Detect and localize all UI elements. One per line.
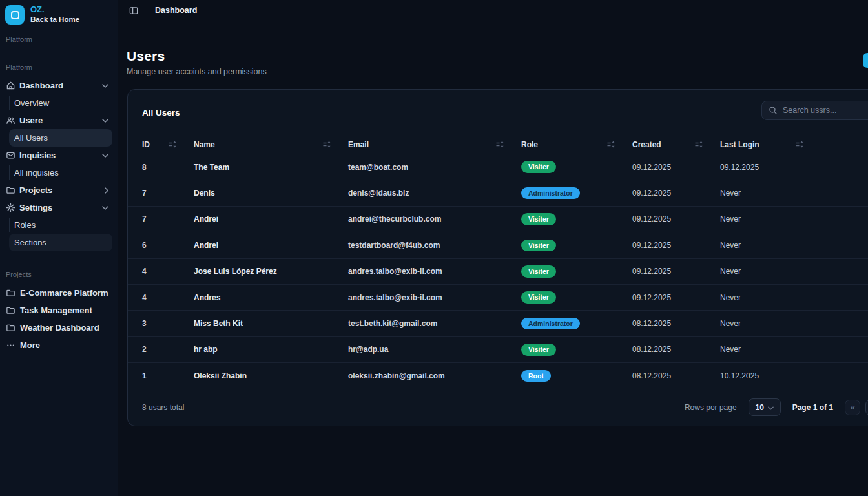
sort-icon[interactable]: [796, 141, 804, 148]
sidebar-item-more[interactable]: More: [5, 336, 112, 354]
sidebar-project-ecommerce[interactable]: E-Commarce Platform: [5, 284, 112, 302]
page-info: Page 1 of 1: [792, 403, 833, 412]
prev-page-button[interactable]: ‹: [865, 400, 868, 415]
rows-per-page-select[interactable]: 10: [749, 398, 781, 416]
sidebar-item-dashboard[interactable]: Dashboard: [5, 77, 112, 94]
cell-id: 8: [142, 163, 194, 172]
home-icon: [6, 81, 16, 90]
folder-icon: [6, 288, 16, 298]
column-header-created[interactable]: Created: [632, 140, 720, 149]
sidebar-item-label: Projects: [19, 185, 52, 195]
cell-last-login: Never: [720, 319, 868, 328]
chevron-right-icon: [105, 187, 108, 194]
sort-icon[interactable]: [496, 141, 504, 148]
sidebar-item-users[interactable]: Usere: [5, 112, 112, 129]
sidebar-project-task-management[interactable]: Task Management: [5, 302, 112, 319]
rows-per-page-value: 10: [755, 403, 763, 412]
cell-id: 7: [142, 189, 194, 198]
sort-icon[interactable]: [695, 141, 703, 148]
sidebar-item-inquiries[interactable]: Inquisies: [5, 147, 112, 164]
column-header-role[interactable]: Role: [521, 140, 632, 149]
table-row[interactable]: 8 The Team team@boat.com Visiter 09.12.2…: [128, 154, 868, 180]
chevron-down-icon: [102, 119, 108, 123]
sidebar-divider: [0, 52, 118, 52]
sidebar-item-label: Overview: [14, 98, 49, 108]
platform-label-top: Platform: [6, 36, 112, 43]
cell-email: hr@adp.ua: [348, 345, 521, 354]
breadcrumb: Dashboard: [155, 6, 197, 15]
role-badge: Visiter: [521, 213, 556, 225]
sidebar-item-projects[interactable]: Projects: [5, 181, 112, 199]
column-header-email[interactable]: Email: [348, 140, 521, 149]
table-row[interactable]: 3 Miss Beth Kit test.beth.kit@gmail.com …: [128, 311, 868, 336]
cell-id: 6: [142, 241, 194, 250]
cell-created: 09.12.2025: [632, 241, 720, 250]
gear-icon: [6, 203, 16, 212]
sidebar-project-weather-dashboard[interactable]: Weather Dashboard: [5, 319, 112, 336]
table-row[interactable]: 4 Jose Luis López Pérez andres.talbo@exi…: [128, 259, 868, 285]
logo-home-link[interactable]: OZ. Back ta Home: [5, 5, 112, 25]
column-header-last-login[interactable]: Last Login: [720, 140, 868, 149]
sidebar-item-roles[interactable]: Roles: [9, 216, 112, 234]
column-label: Name: [194, 140, 215, 149]
pagination-buttons: « ‹: [845, 400, 868, 415]
search-input[interactable]: [783, 106, 868, 115]
ellipsis-icon: [6, 340, 16, 350]
column-header-id[interactable]: ID: [142, 140, 194, 149]
cell-email: test.beth.kit@gmail.com: [348, 319, 521, 328]
project-label: E-Commarce Platform: [20, 288, 108, 298]
cell-id: 4: [142, 293, 194, 302]
sidebar-item-overview[interactable]: Overview: [9, 94, 112, 112]
cell-email: testdartboard@f4ub.com: [348, 241, 521, 250]
table-row[interactable]: 6 Andrei testdartboard@f4ub.com Visiter …: [128, 232, 868, 258]
cell-name: The Team: [194, 163, 348, 172]
table-row[interactable]: 7 Denis denis@idaus.biz Administrator 09…: [128, 180, 868, 206]
projects-section: Projects E-Commarce Platform Task Manage…: [5, 271, 112, 354]
inbox-icon: [6, 150, 16, 160]
sidebar-item-label: Inquisies: [19, 150, 56, 160]
sort-icon[interactable]: [607, 141, 615, 148]
users-card: All Users ID Name Email: [127, 89, 868, 426]
role-badge: Visiter: [521, 344, 556, 356]
search-icon: [769, 106, 778, 115]
sidebar-item-label: Usere: [19, 116, 43, 125]
cell-last-login: Never: [720, 189, 868, 198]
column-header-name[interactable]: Name: [194, 140, 348, 149]
topbar: Dashboard: [118, 0, 868, 21]
cell-last-login: Never: [720, 293, 868, 302]
cell-email: team@boat.com: [348, 163, 521, 172]
cell-name: Andrei: [194, 214, 348, 223]
back-to-home-label: Back ta Home: [30, 15, 79, 24]
cell-last-login: 10.12.2025: [720, 371, 868, 380]
sort-icon[interactable]: [169, 141, 177, 148]
sidebar-item-sections[interactable]: Sections: [9, 234, 112, 251]
add-user-button[interactable]: [863, 53, 868, 68]
app-root: OZ. Back ta Home Platform Platform Dashb…: [0, 0, 868, 496]
sidebar-toggle-button[interactable]: [129, 6, 139, 16]
table-row[interactable]: 7 Andrei andrei@thecurbclub.com Visiter …: [128, 207, 868, 232]
cell-id: 1: [142, 371, 194, 380]
table-row[interactable]: 2 hr abp hr@adp.ua Visiter 08.12.2025 Ne…: [128, 337, 868, 363]
column-label: Email: [348, 140, 369, 149]
role-badge: Root: [521, 370, 551, 382]
topbar-divider: [147, 6, 147, 16]
cell-id: 2: [142, 345, 194, 354]
rows-per-page-label: Rows por page: [685, 403, 737, 412]
role-badge: Administrator: [521, 187, 580, 200]
pagination-controls: Rows por page 10 Page 1 of 1 « ‹: [685, 398, 868, 416]
cell-created: 09.12.2025: [632, 189, 720, 198]
sidebar-item-all-inquiries[interactable]: All inquisies: [9, 164, 112, 181]
cell-id: 3: [142, 319, 194, 328]
logo-text: OZ.: [30, 5, 79, 15]
column-label: ID: [142, 140, 150, 149]
page-title: Users: [127, 48, 868, 64]
first-page-button[interactable]: «: [845, 400, 860, 415]
cell-email: andres.talbo@exib-il.com: [348, 267, 521, 276]
cell-created: 08.12.2025: [632, 345, 720, 354]
sidebar-item-all-users[interactable]: All Users: [9, 129, 112, 147]
table-row[interactable]: 4 Andres andres.talbo@exib-il.com Visite…: [128, 285, 868, 311]
sort-icon[interactable]: [323, 141, 331, 148]
double-chevron-left-icon: «: [850, 402, 854, 412]
table-row[interactable]: 1 Oleksii Zhabin oleksii.zhabin@gmail.co…: [128, 363, 868, 389]
sidebar-item-settings[interactable]: Settings: [5, 199, 112, 216]
